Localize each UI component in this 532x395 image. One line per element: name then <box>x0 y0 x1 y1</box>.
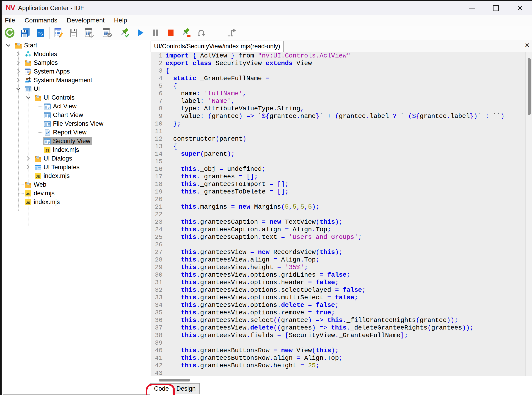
tree-item-system-apps[interactable]: System Apps <box>3 67 150 76</box>
tree-item-chart-view[interactable]: Chart View <box>3 111 150 119</box>
tree-item-index-mjs[interactable]: JSindex.mjs <box>3 171 150 180</box>
menu-item-help[interactable]: Help <box>113 16 128 24</box>
tab-design[interactable]: Design <box>173 383 200 394</box>
tree-item-dev-mjs[interactable]: JSdev.mjs <box>3 189 150 198</box>
tree-item-system-management[interactable]: System Management <box>3 76 150 84</box>
step-out-button[interactable] <box>226 27 237 38</box>
revert-script-button[interactable] <box>84 27 94 38</box>
minimize-icon <box>469 8 475 8</box>
vertical-scrollbar[interactable] <box>525 52 532 376</box>
toolbar: TS <box>2 26 532 40</box>
close-button[interactable]: ✕ <box>508 1 532 15</box>
edit-script-button[interactable] <box>53 27 63 38</box>
stop-icon <box>166 27 176 38</box>
code-text: this.granteesView.align = Align.Top; <box>164 256 319 263</box>
code-text: this.granteesButtonsRow = new View(this)… <box>164 347 339 354</box>
tree-item-index-mjs[interactable]: JSindex.mjs <box>3 145 150 154</box>
tree-item-label: Report View <box>53 129 87 136</box>
folder-icon <box>24 59 32 66</box>
run-button[interactable] <box>135 27 145 38</box>
code-text: super(parent); <box>164 150 235 158</box>
refresh-button[interactable] <box>4 27 15 38</box>
refresh-icon <box>4 27 15 38</box>
code-line: 43 <box>151 369 525 376</box>
code-line: 4 static _GranteeFullName = <box>151 75 525 82</box>
code-line: 15 <box>151 158 525 165</box>
typescript-button[interactable]: TS <box>35 27 46 38</box>
tree-item-label: System Management <box>34 77 92 84</box>
pin-check-button[interactable] <box>119 27 130 38</box>
tree-item-ui-controls[interactable]: UI Controls <box>3 93 150 102</box>
commit-script-button[interactable] <box>101 27 112 38</box>
code-text: this.granteesCaption.align = Align.Top; <box>164 226 331 233</box>
chevron-down-icon[interactable] <box>5 42 11 48</box>
people-icon <box>24 77 32 84</box>
tree-item-label: Modules <box>34 51 57 58</box>
step-over-button[interactable] <box>196 27 207 38</box>
line-number: 21 <box>151 203 164 211</box>
toolbar-separator <box>50 27 50 39</box>
pin-remove-button[interactable] <box>181 27 191 38</box>
window-icon <box>44 103 51 110</box>
tree-item-label: UI Controls <box>44 94 74 101</box>
save-all-button[interactable] <box>20 27 30 38</box>
line-number: 1 <box>151 52 164 60</box>
tree-item-modules[interactable]: Modules <box>3 50 150 58</box>
line-number: 39 <box>151 339 164 347</box>
editor-tab[interactable]: UI/Controls/SecurityView/index.mjs(read-… <box>151 41 284 52</box>
tree-connector <box>38 124 43 124</box>
line-number: 29 <box>151 263 164 271</box>
tree-item-ui[interactable]: UI <box>3 84 150 93</box>
maximize-button[interactable] <box>484 1 508 15</box>
window-title: Application Center - IDE <box>18 1 84 15</box>
save-script-button[interactable] <box>68 27 79 38</box>
menu-item-file[interactable]: File <box>4 16 16 24</box>
code-line: 10 }; <box>151 120 525 127</box>
tree-item-samples[interactable]: Samples <box>3 58 150 67</box>
tree-item-label: Chart View <box>53 111 83 119</box>
code-line: 2export class SecurityView extends View <box>151 60 525 67</box>
line-number: 3 <box>151 67 164 75</box>
tree-item-ui-templates[interactable]: UI Templates <box>3 163 150 171</box>
code-line: 31 this.granteesView.options.header = fa… <box>151 279 525 286</box>
run-icon <box>135 27 145 38</box>
code-text: export class SecurityView extends View <box>164 60 312 67</box>
tree-guide-line <box>18 50 19 211</box>
menu-item-commands[interactable]: Commands <box>24 16 58 24</box>
tree-connector <box>38 106 43 106</box>
code-line: 11 <box>151 127 525 135</box>
tree-item-file-versions-view[interactable]: File Versions View <box>3 119 150 128</box>
code-text: static _GranteeFullName = <box>164 75 269 82</box>
code-editor[interactable]: 1import { AclView } from "nv:UI.Controls… <box>151 52 525 376</box>
tree-item-ui-dialogs[interactable]: UI Dialogs <box>3 154 150 163</box>
menu-item-development[interactable]: Development <box>66 16 106 24</box>
svg-text:JS: JS <box>45 149 50 152</box>
pause-button[interactable] <box>150 27 161 38</box>
code-text: value: (grantee) => `${grantee.name}` + … <box>164 112 504 120</box>
code-text: { <box>164 67 169 75</box>
tree-item-index-mjs[interactable]: JSindex.mjs <box>3 198 150 206</box>
stop-button[interactable] <box>166 27 176 38</box>
code-line: 22 <box>151 211 525 218</box>
tree-item-start[interactable]: Start <box>3 41 150 50</box>
folder-icon <box>34 94 41 101</box>
horizontal-scrollbar-thumb[interactable] <box>159 379 190 381</box>
tree-item-security-view[interactable]: Security View <box>3 137 150 145</box>
line-number: 20 <box>151 196 164 203</box>
vertical-scrollbar-thumb[interactable] <box>528 58 531 115</box>
app-logo-icon: NV <box>6 4 15 12</box>
code-text: this.margins = new Margins(5,5,5,5); <box>164 203 319 211</box>
window-icon <box>44 120 51 127</box>
tree-item-report-view[interactable]: Report View <box>3 128 150 137</box>
line-number: 18 <box>151 181 164 188</box>
step-over-icon <box>196 27 207 38</box>
line-number: 25 <box>151 233 164 241</box>
tree-item-web[interactable]: Web <box>3 180 150 189</box>
code-line: 7 label: 'Name', <box>151 97 525 105</box>
window-icon <box>24 85 32 93</box>
tree-item-acl-view[interactable]: Acl View <box>3 102 150 111</box>
code-line: 27 this.granteesView = new RecordsView(t… <box>151 248 525 256</box>
minimize-button[interactable] <box>460 1 484 15</box>
line-number: 13 <box>151 143 164 150</box>
tab-close-icon[interactable]: ✕ <box>524 42 530 49</box>
